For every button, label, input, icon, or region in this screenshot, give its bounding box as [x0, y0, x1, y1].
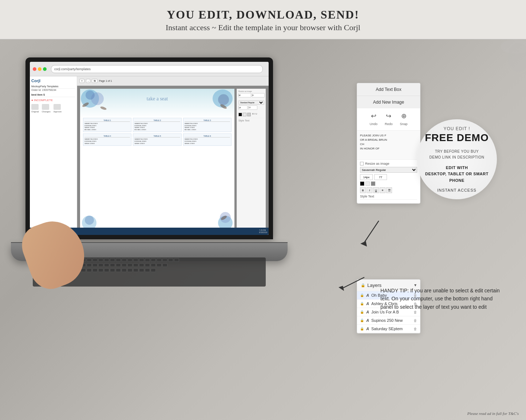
key-17	[127, 258, 133, 262]
layer-item-supinos[interactable]: 🔒 A Supinos 250 New 🗑	[357, 316, 420, 325]
panel-resize-option: Resize as image	[360, 162, 417, 165]
snap-label: Snap	[400, 122, 408, 126]
banner-headline: YOU EDIT, DOWNLOAD, SEND!	[0, 8, 526, 21]
panel-size-input-2[interactable]	[374, 174, 387, 180]
color-swatch-1[interactable]	[243, 113, 246, 116]
panel-height-input[interactable]	[252, 93, 265, 97]
align-center-button[interactable]: ☰	[386, 187, 392, 193]
layer-type-4: A	[366, 318, 369, 323]
toolbar-zoom-in[interactable]: +	[79, 79, 84, 83]
corjl-main-content: + - fit Page 1 of 1	[77, 76, 269, 235]
key-r21	[151, 263, 156, 267]
redo-tool[interactable]: ↪ Redo	[385, 112, 393, 127]
snap-icon: ⊕	[400, 112, 408, 120]
table-block-2: TABLE 2 SAMANTHA JONESDORINDA JONESSARAH…	[133, 118, 181, 132]
arrow-badge-to-panel	[353, 217, 382, 247]
color-swatch-2[interactable]	[247, 113, 251, 116]
laptop-screen: corjl.com/party/templates Corjl MockupPa…	[30, 62, 269, 235]
key-s18	[133, 268, 138, 272]
key-24	[168, 258, 173, 262]
hand-shape	[16, 213, 93, 295]
panel-color-white[interactable]	[365, 181, 370, 186]
user-hand	[25, 221, 98, 294]
panel-color-gray[interactable]	[371, 181, 375, 186]
table-block-5: TABLE 5 SAMANTHA JONESDORINDA JONESSARAH…	[133, 133, 181, 146]
mini-design-text: PLEASE JOIN US F OR A BRIDAL BRUN CH IN …	[360, 133, 417, 151]
panel-mini-design-preview: PLEASE JOIN US F OR A BRIDAL BRUN CH IN …	[357, 131, 420, 160]
browser-minimize-dot	[38, 67, 41, 71]
key-r18	[133, 263, 138, 267]
panel-font-size[interactable]	[238, 105, 248, 110]
seating-chart-title: take a seat	[147, 96, 168, 102]
table-names-5: SAMANTHA JONESDORINDA JONESSARAH JONES	[134, 138, 180, 144]
add-text-box-button[interactable]: Add Text Box	[357, 83, 420, 96]
layer-lock-icon-2: 🔒	[360, 302, 364, 305]
table-title-1: TABLE 1	[84, 119, 130, 122]
layer-type-5: A	[366, 327, 369, 331]
toolbar-page-info: Page 1 of 1	[99, 80, 112, 82]
floral-circle-5	[218, 94, 229, 105]
panel-format-buttons: B I U ≡ ☰	[360, 187, 417, 193]
sidebar-order-item: best item S	[31, 91, 75, 97]
toolbar-fit[interactable]: fit	[92, 79, 97, 83]
layer-type-3: A	[366, 310, 369, 314]
table-block-1: TABLE 1 SAMANTHA JONESDORINDA JONESSARAH…	[83, 118, 131, 132]
browser-maximize-dot	[43, 67, 47, 71]
right-panel-resize: Resize as image	[238, 90, 264, 98]
layer-delete-5[interactable]: 🗑	[414, 327, 417, 331]
sidebar-icon-approve: Approve	[54, 104, 62, 113]
panel-font-height[interactable]	[248, 105, 257, 110]
key-r13	[104, 263, 109, 267]
right-panel-font: Standard Regular	[238, 100, 264, 111]
style-text-label: Style Text	[238, 118, 264, 122]
panel-color-black[interactable]	[360, 181, 364, 186]
taskbar-clock: 7:25 PM6/18/2019	[259, 229, 267, 233]
layer-type-2: A	[366, 301, 369, 306]
align-left-button[interactable]: ≡	[380, 187, 385, 193]
layer-name-saturday: Saturday SEptem	[371, 327, 411, 331]
panel-font-family-select[interactable]: Savannah Regular	[360, 167, 417, 173]
add-new-image-button[interactable]: Add New Image	[357, 96, 420, 108]
table-names-2: SAMANTHA JONESDORINDA JONESSARAH JONESMI…	[134, 123, 180, 131]
bold-button[interactable]: B	[360, 187, 366, 193]
key-16	[122, 258, 127, 262]
table-title-4: TABLE 4	[84, 135, 130, 137]
key-s13	[104, 268, 109, 272]
handy-tip-text: HANDY TIP: If you are unable to select &…	[380, 287, 501, 311]
key-r16	[122, 263, 127, 267]
undo-tool[interactable]: ↩ Undo	[369, 112, 377, 127]
panel-width-input[interactable]	[238, 93, 251, 97]
redo-icon: ↪	[385, 112, 393, 120]
color-swatch-black[interactable]	[238, 113, 242, 116]
resize-checkbox[interactable]	[360, 162, 364, 165]
underline-button[interactable]: U	[373, 187, 379, 193]
key-r20	[145, 263, 150, 267]
browser-url-bar[interactable]: corjl.com/party/templates	[51, 65, 263, 73]
table-block-4: TABLE 4 SAMANTHA JONESDORINDA JONESSARAH…	[83, 133, 131, 146]
table-block-3: TABLE 3 SAMANTHA JONESDORINDA JONESSARAH…	[183, 118, 232, 132]
page-footer: Please read ad in full for T&C's	[467, 411, 519, 416]
svg-marker-3	[339, 286, 344, 291]
layer-item-saturday[interactable]: 🔒 A Saturday SEptem 🗑	[357, 325, 420, 333]
corjl-order-id: Order Id: 1509758194	[31, 89, 75, 91]
layer-delete-4[interactable]: 🗑	[414, 319, 417, 323]
table-title-5: TABLE 5	[134, 135, 180, 137]
browser-chrome: corjl.com/party/templates	[30, 62, 269, 76]
italic-button[interactable]: I	[367, 187, 372, 193]
sidebar-incomplete-status: ● INCOMPLETE	[31, 99, 75, 102]
snap-tool[interactable]: ⊕ Snap	[400, 112, 408, 127]
floating-corjl-panel: Add Text Box Add New Image ↩ Undo ↪ Redo…	[357, 83, 420, 204]
key-22	[157, 258, 162, 262]
table-names-6: SAMANTHA JONESDORINDA JONESSARAH JONES	[185, 138, 230, 144]
panel-format-icons: B I U	[252, 113, 257, 116]
top-banner: YOU EDIT, DOWNLOAD, SEND! Instant access…	[0, 0, 526, 39]
svg-marker-2	[360, 241, 367, 247]
corner-decoration	[471, 39, 526, 94]
toolbar-zoom-out[interactable]: -	[86, 79, 90, 83]
design-canvas: take a seat TABLE 1 SAMANTHA JONESDORIND…	[80, 89, 234, 232]
panel-font-select[interactable]: Standard Regular	[238, 100, 264, 105]
corjl-toolbar: + - fit Page 1 of 1	[77, 76, 269, 86]
key-s20	[145, 268, 150, 272]
free-demo-badge: YOU EDIT ! FREE DEMO TRY BEFORE YOU BUY …	[417, 119, 497, 199]
panel-size-input-1[interactable]	[360, 174, 373, 180]
